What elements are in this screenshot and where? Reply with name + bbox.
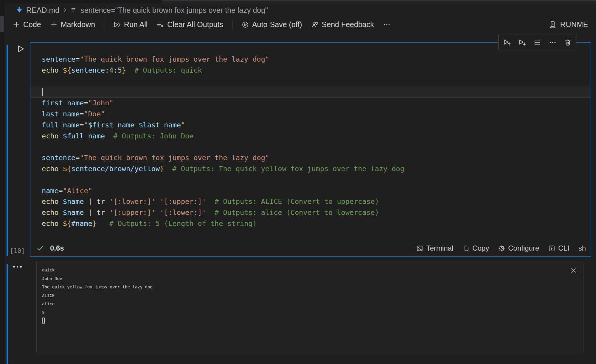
more-actions-button[interactable]	[383, 21, 391, 29]
output-line: quick	[42, 266, 583, 274]
status-action-label: CLI	[558, 244, 569, 252]
code-token: # Outputs: quick	[126, 66, 202, 74]
code-token: $last_name	[139, 121, 181, 129]
toolbar-separator	[232, 21, 232, 29]
cell-toolbar	[498, 34, 576, 51]
run-all-button[interactable]: Run All	[113, 20, 148, 29]
close-output-button[interactable]	[569, 267, 577, 274]
terminal-block-cursor	[42, 318, 45, 324]
code-line	[30, 141, 591, 152]
split-cell-button[interactable]	[533, 38, 541, 46]
code-token: "	[181, 121, 185, 129]
code-token: # Outputs: 5 (Length of the string)	[97, 219, 257, 228]
code-token: '[:lower:]'	[160, 208, 206, 217]
code-token: $name	[63, 208, 84, 217]
runme-brand-label: RUNME	[560, 20, 588, 29]
breadcrumb[interactable]: READ.md › sentence="The quick brown fox …	[4, 4, 596, 16]
toolbar-button-label: Auto-Save (off)	[252, 20, 302, 29]
cell-status-left: 0.6s	[36, 244, 64, 252]
code-line: sentence="The quick brown fox jumps over…	[30, 152, 591, 163]
terminal-button[interactable]: Terminal	[416, 244, 453, 252]
code-token: | tr	[84, 208, 109, 217]
send-feedback-button[interactable]: Send Feedback	[311, 20, 374, 29]
code-token: =	[75, 154, 80, 162]
run-cell-button[interactable]	[16, 43, 26, 54]
cli-button[interactable]: CLI	[548, 244, 569, 252]
code-line: sentence="The quick brown fox jumps over…	[30, 54, 591, 65]
code-token: :	[105, 66, 109, 74]
notebook-toolbar: CodeMarkdownRun AllClear All OutputsAuto…	[4, 16, 596, 33]
execution-count: [10]	[10, 247, 25, 254]
code-token: echo	[42, 219, 63, 228]
breadcrumb-file[interactable]: READ.md	[26, 6, 59, 15]
code-line: name="Alice"	[30, 185, 591, 196]
code-token: ${	[63, 165, 71, 173]
list-symbol-icon	[70, 7, 77, 14]
code-token: name	[42, 187, 59, 195]
output-line: alice	[42, 300, 583, 308]
left-scroll-gutter	[0, 0, 4, 364]
ellipsis-icon	[549, 38, 557, 46]
code-token: =	[84, 99, 88, 107]
code-token: # Outputs: alice (Convert to lowercase)	[206, 208, 379, 217]
toolbar-button-label: Code	[23, 20, 41, 29]
execution-duration: 0.6s	[50, 244, 64, 252]
code-editor[interactable]: sentence="The quick brown fox jumps over…	[30, 43, 591, 240]
toolbar-button-label: Markdown	[61, 20, 95, 29]
runme-brand: RUNME	[548, 20, 596, 29]
code-line: echo ${sentence/brown/yellow} # Outputs:…	[30, 163, 591, 174]
output-panel: quickJohn DoeThe quick yellow fox jumps …	[36, 262, 583, 353]
code-token: | tr	[84, 197, 109, 206]
code-token: $name	[63, 197, 84, 206]
auto-save-icon	[241, 21, 249, 29]
code-cell: sentence="The quick brown fox jumps over…	[30, 42, 591, 257]
execute-below-button[interactable]	[518, 38, 526, 46]
code-token: echo	[42, 197, 63, 206]
plus-icon	[50, 21, 58, 29]
cell-focus-bar	[7, 45, 8, 256]
copy-button[interactable]: Copy	[462, 244, 489, 252]
clear-all-outputs-button[interactable]: Clear All Outputs	[156, 20, 223, 29]
code-token: ${	[63, 219, 71, 228]
code-line	[30, 76, 591, 87]
add-markdown-button[interactable]: Markdown	[50, 20, 95, 29]
breadcrumb-section[interactable]: sentence="The quick brown fox jumps over…	[80, 6, 268, 15]
chevron-right-icon: ›	[63, 5, 66, 14]
code-token: "	[84, 121, 88, 129]
status-action-label: Terminal	[426, 244, 453, 252]
code-token: "John"	[88, 99, 114, 107]
execute-above-button[interactable]	[503, 38, 511, 46]
code-token: :	[114, 66, 118, 74]
code-token: first_name	[42, 99, 84, 107]
output-line: ALICE	[42, 291, 583, 300]
auto-save-toggle[interactable]: Auto-Save (off)	[241, 20, 302, 29]
output-menu-icon[interactable]	[13, 264, 23, 270]
status-action-label: Configure	[508, 244, 539, 252]
code-line: last_name="Doe"	[30, 109, 591, 120]
code-token: 4	[109, 66, 113, 74]
code-token: last_name	[42, 110, 80, 118]
code-token: echo	[42, 66, 63, 74]
code-token: =	[80, 110, 84, 118]
code-token: '[:upper:]'	[160, 197, 206, 206]
code-token: =	[75, 55, 80, 63]
run-all-icon	[113, 21, 121, 29]
code-token: "The quick brown fox jumps over the lazy…	[80, 55, 269, 63]
code-token: '[:upper:]'	[109, 208, 156, 217]
code-line: first_name="John"	[30, 98, 591, 109]
language-indicator[interactable]: sh	[578, 244, 586, 252]
more-cell-actions-button[interactable]	[549, 38, 557, 46]
scrollbar-thumb[interactable]	[0, 16, 4, 32]
code-token: "Doe"	[84, 110, 105, 118]
output-line: John Doe	[42, 274, 583, 283]
output-focus-bar	[7, 264, 8, 364]
code-token: ${	[63, 66, 71, 74]
code-token: full_name	[42, 121, 80, 129]
delete-cell-button[interactable]	[564, 38, 572, 46]
add-code-button[interactable]: Code	[13, 20, 41, 29]
configure-button[interactable]: Configure	[498, 244, 539, 252]
terminal-icon	[416, 245, 423, 252]
code-line	[30, 174, 591, 185]
toolbar-button-label: Clear All Outputs	[167, 20, 223, 29]
trash-icon	[564, 38, 572, 46]
